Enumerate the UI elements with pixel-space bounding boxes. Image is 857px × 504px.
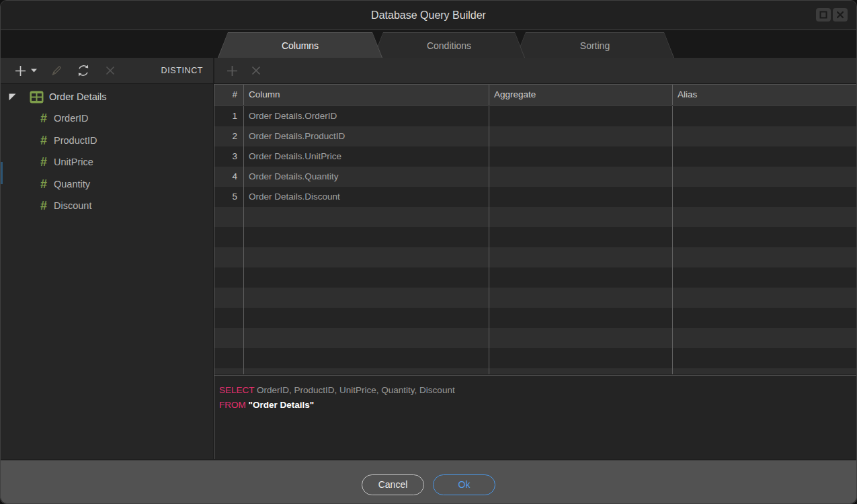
row-number: 2	[214, 126, 244, 146]
grid-empty-row[interactable]	[214, 308, 857, 328]
remove-column-button[interactable]	[247, 62, 265, 79]
sql-select-list: OrderID, ProductID, UnitPrice, Quantity,…	[257, 385, 455, 395]
grid-row-1[interactable]: 1 Order Details.OrderID	[214, 106, 857, 126]
add-table-button[interactable]	[11, 62, 29, 79]
number-field-icon: #	[40, 156, 47, 168]
row-column-cell[interactable]: Order Details.Discount	[244, 187, 489, 207]
maximize-icon	[819, 10, 828, 19]
header-alias: Alias	[673, 85, 857, 105]
remove-table-button[interactable]	[101, 62, 119, 79]
row-column-cell[interactable]: Order Details.UnitPrice	[244, 146, 489, 167]
row-alias-cell[interactable]	[673, 126, 857, 146]
tables-tree-panel: Order Details # OrderID # ProductID # Un…	[1, 84, 213, 459]
row-aggregate-cell[interactable]	[489, 106, 673, 126]
toolbar-row: DISTINCT	[1, 58, 856, 84]
grid-empty-row[interactable]	[214, 288, 857, 308]
tab-conditions[interactable]: Conditions	[373, 32, 525, 58]
columns-toolbar	[214, 58, 856, 83]
row-column-cell[interactable]: Order Details.Quantity	[244, 167, 489, 187]
tab-columns[interactable]: Columns	[218, 32, 382, 58]
title-bar[interactable]: Database Query Builder	[1, 1, 856, 30]
grid-empty-row[interactable]	[214, 227, 857, 247]
grid-body: 1 Order Details.OrderID 2 Order Details.…	[214, 106, 857, 374]
grid-empty-row[interactable]	[214, 267, 857, 288]
row-alias-cell[interactable]	[673, 106, 857, 126]
close-button[interactable]	[833, 8, 848, 22]
field-label: ProductID	[54, 135, 97, 146]
tab-sorting[interactable]: Sorting	[516, 32, 674, 58]
sql-preview-panel: SELECT OrderID, ProductID, UnitPrice, Qu…	[214, 375, 857, 459]
grid-row-3[interactable]: 3 Order Details.UnitPrice	[214, 146, 857, 167]
tab-sorting-label: Sorting	[516, 33, 674, 58]
tree-field-productid[interactable]: # ProductID	[40, 133, 97, 148]
tab-strip: Columns Conditions Sorting	[1, 30, 856, 58]
grid-row-4[interactable]: 4 Order Details.Quantity	[214, 167, 857, 187]
tree-field-discount[interactable]: # Discount	[40, 198, 91, 213]
add-column-button[interactable]	[223, 62, 241, 79]
row-aggregate-cell[interactable]	[489, 187, 673, 207]
ok-button[interactable]: Ok	[433, 474, 495, 495]
edit-table-button[interactable]	[48, 62, 65, 79]
row-column-cell[interactable]: Order Details.ProductID	[244, 126, 489, 146]
grid-empty-row[interactable]	[214, 207, 857, 227]
plus-icon	[225, 64, 239, 78]
grid-row-5[interactable]: 5 Order Details.Discount	[214, 187, 857, 207]
close-icon	[835, 10, 845, 19]
expander-icon[interactable]	[9, 93, 16, 101]
tables-toolbar: DISTINCT	[1, 58, 213, 83]
number-field-icon: #	[40, 200, 47, 212]
row-column-cell[interactable]: Order Details.OrderID	[244, 106, 489, 126]
add-table-dropdown[interactable]	[29, 62, 38, 79]
grid-empty-row[interactable]	[214, 348, 857, 368]
row-number: 4	[214, 167, 244, 187]
tree-field-quantity[interactable]: # Quantity	[40, 177, 90, 192]
columns-grid-panel: # Column Aggregate Alias 1 Order Details…	[214, 84, 857, 459]
row-number: 3	[214, 146, 244, 167]
maximize-button[interactable]	[816, 8, 831, 22]
field-label: UnitPrice	[54, 157, 93, 167]
refresh-button[interactable]	[75, 62, 92, 79]
grid-empty-row[interactable]	[214, 368, 857, 374]
plus-icon	[13, 64, 28, 78]
row-alias-cell[interactable]	[673, 187, 857, 207]
table-icon	[30, 91, 44, 103]
row-number: 5	[214, 187, 244, 207]
header-aggregate: Aggregate	[489, 85, 673, 105]
refresh-icon	[76, 63, 91, 78]
tree-node-order-details[interactable]: Order Details	[9, 89, 106, 104]
table-node-label: Order Details	[49, 91, 106, 102]
dialog-title: Database Query Builder	[1, 1, 856, 30]
tree-field-orderid[interactable]: # OrderID	[40, 111, 89, 126]
chevron-down-icon	[31, 69, 37, 73]
row-aggregate-cell[interactable]	[489, 126, 673, 146]
grid-header: # Column Aggregate Alias	[214, 85, 857, 106]
number-field-icon: #	[40, 178, 47, 190]
x-icon	[250, 65, 262, 77]
dialog-footer: Cancel Ok	[1, 460, 856, 503]
tab-conditions-label: Conditions	[374, 33, 524, 58]
pencil-icon	[50, 64, 63, 77]
sql-from-table: "Order Details"	[249, 400, 315, 410]
sql-select-line: SELECT OrderID, ProductID, UnitPrice, Qu…	[219, 383, 851, 398]
x-icon	[104, 65, 116, 77]
tab-columns-label: Columns	[218, 33, 382, 58]
screen-edge-artifact	[1, 162, 3, 184]
row-alias-cell[interactable]	[673, 146, 857, 167]
field-label: OrderID	[54, 113, 89, 124]
grid-empty-row[interactable]	[214, 328, 857, 348]
row-alias-cell[interactable]	[673, 167, 857, 187]
row-aggregate-cell[interactable]	[489, 167, 673, 187]
cancel-button[interactable]: Cancel	[362, 474, 424, 495]
number-field-icon: #	[40, 134, 47, 146]
sql-select-keyword: SELECT	[219, 385, 254, 395]
grid-empty-row[interactable]	[214, 247, 857, 267]
query-builder-dialog: Database Query Builder Columns Condition…	[0, 0, 857, 504]
header-num: #	[214, 85, 244, 105]
distinct-toggle[interactable]: DISTINCT	[161, 66, 203, 75]
window-controls	[816, 8, 848, 22]
sql-from-keyword: FROM	[219, 400, 246, 410]
grid-row-2[interactable]: 2 Order Details.ProductID	[214, 126, 857, 146]
number-field-icon: #	[40, 112, 47, 124]
row-aggregate-cell[interactable]	[489, 146, 673, 167]
tree-field-unitprice[interactable]: # UnitPrice	[40, 155, 93, 169]
